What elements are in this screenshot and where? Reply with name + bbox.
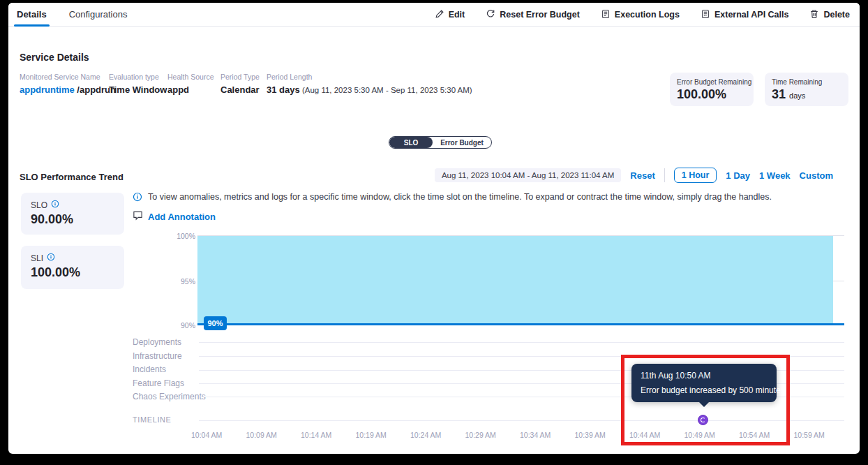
monitored-service-link[interactable]: appdruntime <box>20 84 75 95</box>
field-monitored-service-name: Monitored Service Name appdruntime /appd… <box>20 73 116 95</box>
tooltip-time: 11th Aug 10:50 AM <box>641 371 768 381</box>
slo-target-line <box>197 323 844 325</box>
info-icon <box>51 200 59 210</box>
field-value: appdruntime /appdrun <box>20 84 116 95</box>
time-remaining-card: Time Remaining 31 days <box>765 73 848 106</box>
view-toggle: SLO Error Budget <box>389 136 492 149</box>
trash-icon <box>809 9 819 21</box>
x-tick: 10:29 AM <box>465 431 496 439</box>
timeline-info-banner: To view anomalies, metrics and logs for … <box>133 192 772 204</box>
x-tick: 10:34 AM <box>520 431 551 439</box>
x-tick: 10:14 AM <box>301 431 331 439</box>
y-tick-100: 100% <box>165 232 195 240</box>
field-value: Time Window <box>109 84 167 95</box>
toggle-error-budget[interactable]: Error Budget <box>433 137 491 148</box>
header-actions: Edit Reset Error Budget Execution Logs E… <box>435 3 850 27</box>
field-period-type: Period Type Calendar <box>220 73 260 95</box>
field-label: Evaluation type <box>109 73 167 81</box>
track-label-deployments: Deployments <box>133 337 181 347</box>
reset-button[interactable]: Reset <box>630 170 654 181</box>
timeline-line <box>199 420 844 421</box>
tab-bar: Details Configurations <box>15 3 128 27</box>
sli-label-row: SLI <box>31 253 114 263</box>
field-value: appd <box>167 84 214 95</box>
x-tick: 10:04 AM <box>191 431 222 439</box>
range-1-hour-button[interactable]: 1 Hour <box>674 168 717 183</box>
field-label: Period Type <box>220 73 260 81</box>
card-label: Time Remaining <box>772 78 841 86</box>
execution-logs-button[interactable]: Execution Logs <box>601 9 680 21</box>
document-icon <box>601 9 611 21</box>
field-label: Health Source <box>167 73 214 81</box>
x-axis-labels: 10:04 AM 10:09 AM 10:14 AM 10:19 AM 10:2… <box>191 431 825 439</box>
track-label-incidents: Incidents <box>133 364 166 374</box>
tab-details[interactable]: Details <box>15 3 48 27</box>
timeline-label: TIMELINE <box>133 415 172 424</box>
card-value: 100.00% <box>677 87 747 102</box>
range-1-day-button[interactable]: 1 Day <box>726 170 750 181</box>
x-tick: 10:44 AM <box>629 431 660 439</box>
date-range-pill: Aug 11, 2023 10:04 AM - Aug 11, 2023 11:… <box>435 168 621 182</box>
track-label-infrastructure: Infrastructure <box>133 351 182 361</box>
x-tick: 10:49 AM <box>684 431 715 439</box>
period-length-value: 31 days <box>267 84 300 95</box>
edit-button[interactable]: Edit <box>435 9 465 21</box>
range-1-week-button[interactable]: 1 Week <box>759 170 791 181</box>
delete-button[interactable]: Delete <box>809 9 850 21</box>
add-annotation-button[interactable]: Add Annotation <box>133 210 216 223</box>
reset-error-budget-label: Reset Error Budget <box>500 10 580 20</box>
execution-logs-label: Execution Logs <box>615 10 680 20</box>
slo-value: 90.00% <box>31 212 114 227</box>
sli-card: SLI 100.00% <box>21 246 124 289</box>
annotation-marker-icon[interactable] <box>698 415 708 425</box>
slo-performance-trend-title: SLO Performance Trend <box>20 172 124 182</box>
field-evaluation-type: Evaluation type Time Window <box>109 73 167 95</box>
track-line <box>199 356 844 357</box>
divider <box>664 168 665 182</box>
track-label-feature-flags: Feature Flags <box>133 378 184 388</box>
external-api-calls-label: External API Calls <box>714 10 789 20</box>
slo-label-row: SLO <box>31 200 114 210</box>
info-icon <box>133 192 142 204</box>
annotation-bubble-icon <box>133 210 143 223</box>
field-label: Period Length <box>267 73 472 81</box>
track-label-chaos-experiments: Chaos Experiments <box>133 392 206 401</box>
time-range-controls: Aug 11, 2023 10:04 AM - Aug 11, 2023 11:… <box>435 168 833 183</box>
period-length-dates: (Aug 11, 2023 5:30 AM - Sep 11, 2023 5:3… <box>300 86 472 94</box>
y-tick-90: 90% <box>165 321 195 330</box>
x-tick: 10:59 AM <box>794 431 825 439</box>
sli-value: 100.00% <box>31 265 114 280</box>
card-value: 31 days <box>772 87 841 102</box>
sli-label: SLI <box>31 253 43 263</box>
slo-card: SLO 90.00% <box>21 193 124 235</box>
header-bar: Details Configurations Edit Reset Error … <box>8 3 860 27</box>
add-annotation-label: Add Annotation <box>148 212 216 222</box>
range-custom-button[interactable]: Custom <box>800 170 833 181</box>
tab-configurations[interactable]: Configurations <box>68 3 129 27</box>
document-icon <box>701 9 710 21</box>
x-tick: 10:54 AM <box>739 431 770 439</box>
field-value: Calendar <box>220 84 260 95</box>
toggle-slo[interactable]: SLO <box>389 137 433 148</box>
x-tick: 10:39 AM <box>575 431 606 439</box>
delete-label: Delete <box>823 10 850 20</box>
time-remaining-number: 31 <box>772 87 786 101</box>
error-budget-remaining-card: Error Budget Remaining 100.00% <box>670 73 754 106</box>
field-label: Monitored Service Name <box>20 73 116 81</box>
slo-details-page: Details Configurations Edit Reset Error … <box>8 3 860 454</box>
x-tick: 10:19 AM <box>356 431 387 439</box>
info-icon <box>47 253 55 263</box>
field-value: 31 days (Aug 11, 2023 5:30 AM - Sep 11, … <box>267 84 472 95</box>
reset-error-budget-button[interactable]: Reset Error Budget <box>486 9 580 21</box>
slo-target-badge: 90% <box>204 316 227 330</box>
field-period-length: Period Length 31 days (Aug 11, 2023 5:30… <box>267 73 472 95</box>
external-api-calls-button[interactable]: External API Calls <box>701 9 789 21</box>
field-health-source: Health Source appd <box>167 73 214 95</box>
x-tick: 10:09 AM <box>246 431 277 439</box>
sli-area-chart[interactable] <box>197 236 833 325</box>
y-tick-95: 95% <box>165 277 195 286</box>
slo-label: SLO <box>31 200 47 210</box>
card-label: Error Budget Remaining <box>677 78 747 86</box>
tooltip-message: Error budget increased by 500 minutes <box>641 385 768 395</box>
annotation-tooltip: 11th Aug 10:50 AM Error budget increased… <box>631 364 777 402</box>
